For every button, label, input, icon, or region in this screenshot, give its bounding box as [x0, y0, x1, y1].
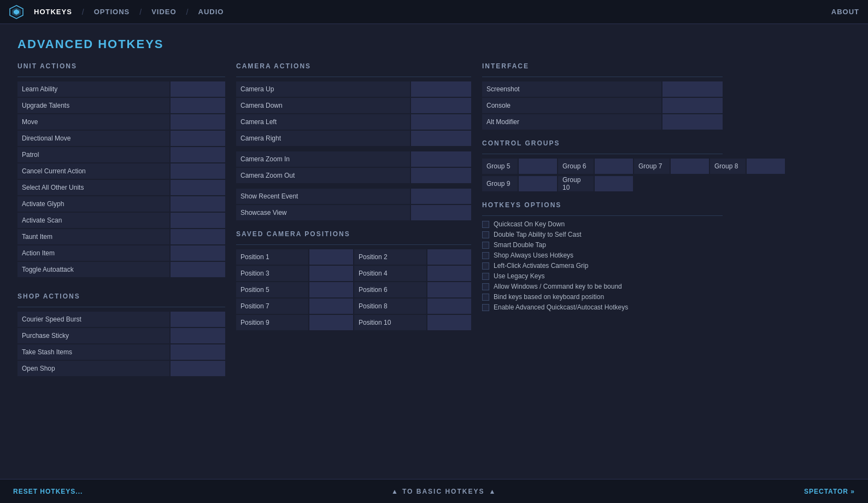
- position-row: Position 10: [354, 315, 471, 330]
- unit-action-label: Activate Glyph: [17, 196, 169, 212]
- unit-action-input[interactable]: [171, 81, 225, 97]
- chevron-up-right-icon: ▲: [489, 488, 495, 495]
- shop-action-input[interactable]: [171, 312, 225, 327]
- hotkeys-options-divider: [482, 215, 723, 216]
- unit-action-label: Activate Scan: [17, 213, 169, 228]
- nav-video[interactable]: VIDEO: [142, 8, 186, 16]
- position-label: Position 9: [236, 315, 308, 330]
- camera-action-input[interactable]: [411, 131, 471, 146]
- position-label: Position 2: [354, 249, 426, 265]
- hotkey-option-checkbox[interactable]: [482, 242, 489, 249]
- cg-input[interactable]: [519, 159, 557, 174]
- spacer-3: [236, 221, 471, 230]
- top-nav: HOTKEYS / OPTIONS / VIDEO / AUDIO ABOUT: [0, 0, 868, 24]
- position-row: Position 6: [354, 282, 471, 297]
- position-input[interactable]: [427, 299, 471, 314]
- unit-action-label: Patrol: [17, 147, 169, 162]
- hotkey-option-checkbox[interactable]: [482, 262, 489, 270]
- position-input[interactable]: [309, 299, 353, 314]
- nav-hotkeys[interactable]: HOTKEYS: [24, 8, 82, 16]
- interface-input[interactable]: [662, 98, 723, 113]
- unit-action-input[interactable]: [171, 180, 225, 195]
- cg-label: Group 6: [558, 159, 594, 174]
- hotkey-option-checkbox[interactable]: [482, 283, 489, 290]
- hotkeys-options-list: Quickcast On Key Down Double Tap Ability…: [482, 220, 723, 311]
- interface-input[interactable]: [662, 81, 723, 97]
- camera-action-input[interactable]: [411, 98, 471, 113]
- page-title: ADVANCED HOTKEYS: [17, 37, 851, 51]
- cg-label: Group 7: [634, 159, 670, 174]
- cg-label: Group 8: [710, 159, 746, 174]
- unit-action-row: Select All Other Units: [17, 180, 225, 195]
- position-input[interactable]: [309, 315, 353, 330]
- shop-action-input[interactable]: [171, 328, 225, 343]
- unit-action-input[interactable]: [171, 98, 225, 113]
- basic-hotkeys-button[interactable]: TO BASIC HOTKEYS: [402, 488, 484, 495]
- unit-action-input[interactable]: [171, 245, 225, 261]
- cg-input[interactable]: [595, 159, 633, 174]
- position-row: Position 9: [236, 315, 353, 330]
- position-input[interactable]: [309, 282, 353, 297]
- hotkey-option-label: Use Legacy Keys: [494, 272, 544, 280]
- nav-audio[interactable]: AUDIO: [189, 8, 234, 16]
- position-input[interactable]: [309, 249, 353, 265]
- main-content: ADVANCED HOTKEYS UNIT ACTIONS Learn Abil…: [0, 24, 868, 377]
- camera-action-label: Camera Down: [236, 98, 410, 113]
- nav-about[interactable]: ABOUT: [831, 8, 859, 16]
- control-groups-title: CONTROL GROUPS: [482, 139, 723, 149]
- unit-action-input[interactable]: [171, 262, 225, 277]
- hotkey-option-checkbox[interactable]: [482, 304, 489, 311]
- camera-spacer: [236, 147, 471, 151]
- position-label: Position 6: [354, 282, 426, 297]
- position-input[interactable]: [427, 266, 471, 281]
- camera-action-input[interactable]: [411, 205, 471, 220]
- unit-action-input[interactable]: [171, 114, 225, 130]
- hotkey-option-checkbox[interactable]: [482, 252, 489, 259]
- saved-positions-grid: Position 1 Position 2 Position 3 Positio…: [236, 249, 471, 330]
- interface-label: Alt Modifier: [482, 114, 661, 130]
- shop-action-input[interactable]: [171, 344, 225, 360]
- unit-action-label: Learn Ability: [17, 81, 169, 97]
- nav-items: HOTKEYS / OPTIONS / VIDEO / AUDIO: [24, 8, 831, 16]
- unit-actions-title: UNIT ACTIONS: [17, 62, 225, 72]
- cg-input[interactable]: [747, 159, 785, 174]
- hotkey-option-row: Double Tap Ability to Self Cast: [482, 231, 723, 238]
- hotkey-option-checkbox[interactable]: [482, 231, 489, 238]
- position-row: Position 4: [354, 266, 471, 281]
- camera-action-label: Camera Up: [236, 81, 410, 97]
- camera-action-label: Camera Zoom Out: [236, 168, 410, 183]
- control-group-pair: Group 5 Group 6: [482, 159, 633, 174]
- camera-action-input[interactable]: [411, 168, 471, 183]
- cg-label: Group 10: [558, 176, 594, 191]
- position-input[interactable]: [427, 249, 471, 265]
- unit-action-input[interactable]: [171, 229, 225, 244]
- shop-action-row: Take Stash Items: [17, 344, 225, 360]
- unit-action-input[interactable]: [171, 213, 225, 228]
- reset-hotkeys-button[interactable]: RESET HOTKEYS...: [13, 488, 83, 495]
- position-input[interactable]: [427, 282, 471, 297]
- shop-action-input[interactable]: [171, 361, 225, 376]
- hotkey-option-checkbox[interactable]: [482, 221, 489, 228]
- position-label: Position 3: [236, 266, 308, 281]
- unit-action-input[interactable]: [171, 131, 225, 146]
- camera-action-input[interactable]: [411, 189, 471, 204]
- camera-action-input[interactable]: [411, 151, 471, 167]
- nav-options[interactable]: OPTIONS: [84, 8, 140, 16]
- hotkey-option-checkbox[interactable]: [482, 273, 489, 280]
- cg-input[interactable]: [519, 176, 557, 191]
- position-input[interactable]: [427, 315, 471, 330]
- unit-action-input[interactable]: [171, 163, 225, 179]
- shop-action-label: Courier Speed Burst: [17, 312, 169, 327]
- cg-input[interactable]: [595, 176, 633, 191]
- cg-input[interactable]: [671, 159, 709, 174]
- position-label: Position 7: [236, 299, 308, 314]
- hotkey-option-checkbox[interactable]: [482, 294, 489, 301]
- unit-action-input[interactable]: [171, 196, 225, 212]
- camera-action-input[interactable]: [411, 81, 471, 97]
- position-input[interactable]: [309, 266, 353, 281]
- camera-action-input[interactable]: [411, 114, 471, 130]
- spectator-button[interactable]: SPECTATOR »: [804, 488, 855, 495]
- unit-action-input[interactable]: [171, 147, 225, 162]
- unit-action-row: Action Item: [17, 245, 225, 261]
- interface-input[interactable]: [662, 114, 723, 130]
